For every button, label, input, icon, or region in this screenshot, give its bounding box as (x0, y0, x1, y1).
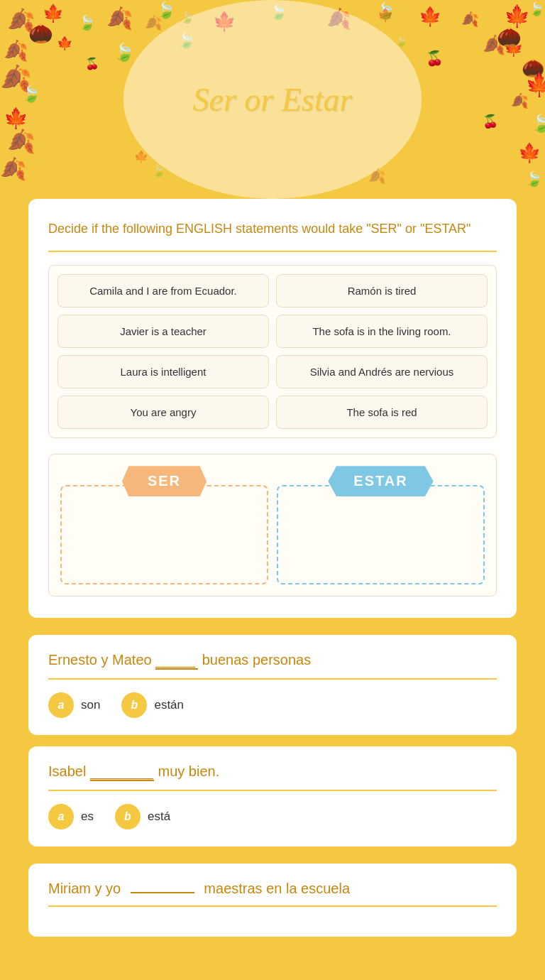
quiz-question-1: Ernesto y Mateo _____ buenas personas (48, 652, 497, 680)
ser-drop-area[interactable] (60, 485, 268, 584)
drag-item-2[interactable]: Ramón is tired (276, 274, 488, 307)
drag-item-8[interactable]: The sofa is red (276, 396, 488, 429)
quiz-question-2: Isabel ________ muy bien. (48, 763, 497, 791)
quiz-q2-before: Isabel (48, 763, 86, 779)
estar-drop-area[interactable] (277, 485, 485, 584)
quiz-q2-options: a es b está (48, 804, 497, 829)
quiz-q1-blank: _____ (155, 652, 202, 668)
drag-item-1[interactable]: Camila and I are from Ecuador. (57, 274, 269, 307)
quiz-q1-text-a: son (81, 698, 100, 712)
drag-row-4: You are angry The sofa is red (57, 396, 488, 429)
quiz-q2-badge-a: a (48, 804, 74, 829)
estar-ribbon: ESTAR (328, 466, 433, 496)
maestras-text: maestras en la escuela (204, 881, 350, 896)
quiz-q2-option-a[interactable]: a es (48, 804, 94, 829)
estar-drop-zone: ESTAR (277, 466, 485, 584)
drag-item-6[interactable]: Silvia and Andrés are nervious (276, 355, 488, 388)
ser-ribbon: SER (122, 466, 207, 496)
quiz-q2-blank: ________ (90, 763, 158, 779)
drag-row-1: Camila and I are from Ecuador. Ramón is … (57, 274, 488, 307)
drag-items-grid: Camila and I are from Ecuador. Ramón is … (48, 265, 497, 438)
quiz-q1-option-b[interactable]: b están (121, 692, 184, 718)
quiz-q2-text-b: está (148, 810, 170, 824)
quiz-q1-after: buenas personas (202, 652, 311, 668)
quiz-q1-options: a son b están (48, 692, 497, 718)
divider (48, 251, 497, 252)
quiz-q2-after: muy bien. (158, 763, 220, 779)
quiz-q1-option-a[interactable]: a son (48, 692, 100, 718)
quiz-question-3-partial: Miriam y yo maestras en la escuela (48, 881, 497, 907)
quiz-section-1: Ernesto y Mateo _____ buenas personas a … (28, 635, 517, 735)
drag-item-5[interactable]: Laura is intelligent (57, 355, 269, 388)
instructions-text: Decide if the following ENGLISH statemen… (48, 220, 497, 238)
miriam-text: Miriam y yo (48, 881, 121, 896)
ser-label-container: SER (60, 466, 268, 496)
estar-label-container: ESTAR (277, 466, 485, 496)
drop-zones-row: SER ESTAR (60, 466, 485, 584)
bottom-section: Miriam y yo maestras en la escuela (28, 864, 517, 944)
drag-item-7[interactable]: You are angry (57, 396, 269, 429)
quiz-q1-before: Ernesto y Mateo (48, 652, 152, 668)
header-section: 🍂 🍃 🍁 🍃 🍂 🍃 🍁 Ser or Estar (0, 0, 545, 199)
quiz-q2-option-b[interactable]: b está (115, 804, 170, 829)
drop-zones-container: SER ESTAR (48, 454, 497, 597)
quiz-q1-badge-a: a (48, 692, 74, 718)
drag-item-3[interactable]: Javier is a teacher (57, 315, 269, 348)
quiz-section-2: Isabel ________ muy bien. a es b está (28, 746, 517, 846)
title-circle: 🍂 🍃 🍁 🍃 🍂 🍃 🍁 Ser or Estar (123, 0, 422, 199)
drag-row-2: Javier is a teacher The sofa is in the l… (57, 315, 488, 348)
ser-drop-zone: SER (60, 466, 268, 584)
quiz-section-3-partial: Miriam y yo maestras en la escuela (28, 864, 517, 937)
quiz-q2-text-a: es (81, 810, 94, 824)
main-title: Ser or Estar (193, 81, 353, 119)
drag-row-3: Laura is intelligent Silvia and Andrés a… (57, 355, 488, 388)
quiz-q1-text-b: están (154, 698, 184, 712)
drag-item-4[interactable]: The sofa is in the living room. (276, 315, 488, 348)
quiz-q2-badge-b: b (115, 804, 141, 829)
main-content-card: Decide if the following ENGLISH statemen… (28, 199, 517, 618)
quiz-q1-badge-b: b (121, 692, 147, 718)
